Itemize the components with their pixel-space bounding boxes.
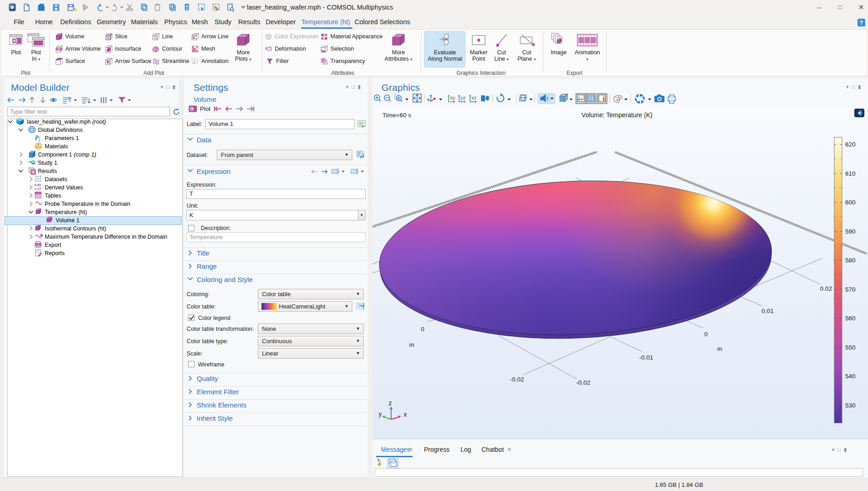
svg-text:550: 550 [845, 344, 856, 351]
svg-text:yz: yz [460, 95, 465, 100]
svg-text:e-12: e-12 [35, 187, 41, 190]
svg-text:560: 560 [845, 315, 856, 322]
svg-text:Materials: Materials [45, 143, 68, 150]
svg-text:m: m [409, 341, 414, 348]
svg-text:Reports: Reports [45, 250, 65, 256]
svg-text:-0.02: -0.02 [576, 379, 591, 386]
svg-text:530: 530 [845, 402, 856, 409]
svg-text:Tables: Tables [45, 193, 61, 199]
svg-text:T: T [194, 59, 196, 63]
svg-text:Parameters 1: Parameters 1 [45, 135, 79, 141]
svg-text:y: y [379, 410, 382, 418]
svg-text:600: 600 [845, 199, 856, 206]
svg-text:Time=60 s: Time=60 s [382, 112, 411, 119]
svg-text:Probe Temperature in the Domai: Probe Temperature in the Domain [45, 201, 130, 207]
svg-text:Maximum Temperature Difference: Maximum Temperature Difference in the Do… [45, 234, 167, 240]
svg-text:xy: xy [450, 95, 455, 100]
svg-text:Temperature (ht): Temperature (ht) [45, 209, 87, 215]
svg-text:Volume: Temperature (K): Volume: Temperature (K) [581, 111, 652, 119]
svg-text:Volume 1: Volume 1 [56, 217, 79, 224]
svg-text:z: z [389, 399, 392, 407]
svg-text:Isothermal Contours (ht): Isothermal Contours (ht) [45, 225, 106, 232]
svg-text:0: 0 [704, 331, 708, 338]
svg-text:610: 610 [845, 170, 856, 177]
svg-text:620: 620 [845, 141, 856, 148]
svg-text:590: 590 [845, 228, 856, 235]
svg-text:Datasets: Datasets [45, 176, 67, 183]
svg-text:0.02: 0.02 [820, 285, 832, 292]
svg-text:m: m [717, 345, 722, 352]
svg-text:xz: xz [471, 95, 476, 100]
svg-text:-0.01: -0.01 [639, 354, 654, 361]
svg-text:Export: Export [45, 242, 62, 248]
svg-text:Plot: Plot [200, 105, 211, 112]
svg-text:¡: ¡ [39, 135, 41, 141]
svg-text:570: 570 [845, 286, 856, 293]
svg-text:x: x [404, 411, 407, 418]
svg-text:580: 580 [845, 257, 856, 264]
svg-text:P: P [35, 135, 39, 141]
svg-text:540: 540 [845, 373, 856, 380]
svg-text:0: 0 [421, 326, 424, 333]
svg-text:Component 1 (comp 1): Component 1 (comp 1) [38, 151, 96, 158]
svg-text:8.85: 8.85 [35, 183, 41, 187]
svg-text:Global Definitions: Global Definitions [38, 127, 83, 133]
svg-text:0.01: 0.01 [762, 308, 774, 314]
svg-text:-0.02: -0.02 [510, 376, 524, 383]
svg-text:Results: Results [38, 168, 57, 174]
svg-text:laser_heating_wafer.mph (root): laser_heating_wafer.mph (root) [27, 119, 106, 125]
svg-text:Derived Values: Derived Values [45, 184, 83, 191]
svg-text:Study 1: Study 1 [38, 160, 57, 166]
